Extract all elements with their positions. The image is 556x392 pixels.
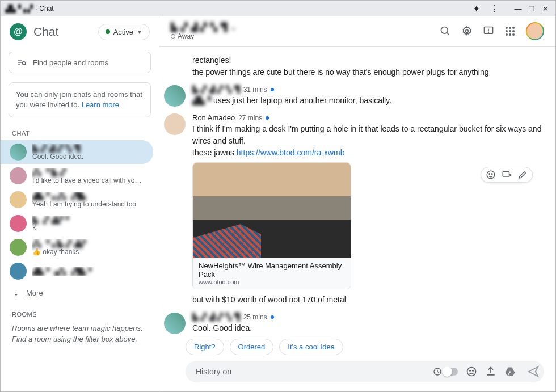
- chat-name-obscured: ▙▗▘▟ ▞▝▖▜: [32, 144, 144, 153]
- svg-point-3: [22, 62, 25, 65]
- chat-logo-icon: [10, 23, 27, 40]
- message: Ron Amadeo 27 mins I think if I'm making…: [164, 110, 544, 309]
- message: ▙▗▘▟ ▞▝▖▜ 25 mins Cool. Good idea.: [164, 309, 544, 336]
- sidebar-header: Chat Active ▼: [1, 16, 159, 47]
- chevron-down-icon: ⌄: [13, 289, 19, 297]
- message-text: but with $10 worth of wood not 170 of me…: [192, 294, 544, 306]
- chat-item[interactable]: ▙ ▗▘▟▞▝ K: [1, 212, 153, 235]
- message-time: 31 mins: [243, 86, 267, 94]
- message-hover-actions: [481, 167, 533, 183]
- drive-button[interactable]: [504, 366, 516, 377]
- history-toggle[interactable]: [433, 367, 458, 376]
- chat-preview: 👍 okay thanks: [32, 248, 144, 256]
- away-label: Away: [178, 32, 194, 40]
- smart-reply-chip[interactable]: Right?: [186, 339, 224, 355]
- info-text: You can only join chats and rooms that y…: [16, 90, 142, 109]
- svg-rect-23: [503, 172, 509, 176]
- message-text: these jawns https://www.btod.com/ra-xwmb: [192, 147, 544, 159]
- feedback-button[interactable]: [483, 26, 494, 37]
- svg-line-4: [25, 64, 26, 65]
- away-ring-icon: [171, 34, 175, 39]
- extensions-icon[interactable]: ✦: [470, 3, 482, 14]
- svg-point-10: [488, 32, 489, 32]
- chat-list: ▙▗▘▟ ▞▝▖▜ Cool. Good idea. ▞▖▝ ▙▗▘ I'd l…: [1, 140, 159, 283]
- sender-name: Ron Amadeo: [192, 113, 235, 122]
- message-time: 27 mins: [238, 114, 262, 122]
- chat-item[interactable]: ▞▖▝ ▙▗▘ I'd like to have a video call wi…: [1, 164, 153, 188]
- presence-status: Away: [171, 32, 237, 40]
- more-chats-button[interactable]: ⌄ More: [1, 283, 159, 303]
- send-button[interactable]: [527, 365, 540, 378]
- chat-name-obscured: ▙ ▗▘▟▞▝: [32, 216, 144, 224]
- message-text: ▟▙▝ uses just her laptop and another mon…: [192, 95, 544, 107]
- menu-icon[interactable]: ⋮: [488, 3, 500, 14]
- message-link[interactable]: https://www.btod.com/ra-xwmb: [237, 148, 345, 157]
- compose-box[interactable]: History on: [186, 361, 544, 382]
- link-preview-domain: www.btod.com: [199, 279, 345, 285]
- link-preview-title: NewHeights™ Wire Management Assembly Pac…: [199, 262, 345, 279]
- chat-item[interactable]: ▟▙▝ ▗▞▖▗▜▙▝: [1, 259, 153, 283]
- unread-dot-icon: [271, 88, 274, 91]
- learn-more-link[interactable]: Learn more: [82, 100, 119, 109]
- apps-launcher-button[interactable]: [504, 26, 516, 37]
- link-preview-card[interactable]: NewHeights™ Wire Management Assembly Pac…: [192, 162, 351, 289]
- react-emoji-button[interactable]: [486, 170, 496, 180]
- unread-dot-icon: [266, 116, 269, 120]
- chat-item[interactable]: ▟▙▝▗ ▞▖▗▜▙ Yeah I am trying to understan…: [1, 188, 153, 212]
- chat-preview: K: [32, 224, 144, 232]
- chevron-down-icon: ▼: [137, 29, 142, 35]
- message: rectangles! the power things are cute bu…: [164, 51, 544, 82]
- app-name: Chat: [33, 25, 58, 39]
- status-selector[interactable]: Active ▼: [98, 24, 150, 40]
- minimize-button[interactable]: —: [512, 3, 524, 14]
- search-input[interactable]: Find people and rooms: [9, 52, 151, 73]
- status-dot-icon: [106, 29, 110, 34]
- conversation-header: ▙▗▘▟ ▞▝▖▜ ⌄ Away: [159, 16, 555, 47]
- svg-line-6: [447, 33, 449, 35]
- search-conversation-button[interactable]: [440, 26, 451, 37]
- settings-button[interactable]: [461, 26, 473, 37]
- avatar: [10, 239, 27, 256]
- upload-button[interactable]: [485, 366, 496, 377]
- more-label: More: [26, 289, 43, 297]
- chat-preview: Yeah I am trying to understand too: [32, 200, 144, 208]
- chat-section-label: CHAT: [1, 122, 159, 140]
- message-list[interactable]: rectangles! the power things are cute bu…: [159, 47, 555, 336]
- svg-point-5: [441, 27, 448, 34]
- svg-point-7: [466, 30, 469, 33]
- message-avatar: [164, 313, 186, 334]
- svg-point-25: [467, 368, 476, 376]
- close-button[interactable]: ✕: [540, 3, 551, 14]
- message-text: the power things are cute but there is n…: [192, 66, 544, 78]
- smart-reply-chip[interactable]: Ordered: [230, 339, 274, 355]
- message-avatar: [164, 85, 186, 107]
- avatar: [10, 215, 27, 232]
- emoji-button[interactable]: [466, 366, 477, 377]
- message-time: 25 mins: [243, 313, 267, 321]
- svg-point-20: [487, 171, 495, 179]
- sidebar: Chat Active ▼ Find people and rooms You …: [1, 16, 159, 391]
- svg-point-13: [512, 27, 515, 29]
- search-icon: [17, 58, 26, 67]
- conversation-pane: ▙▗▘▟ ▞▝▖▜ ⌄ Away rectangles! the power t…: [159, 16, 555, 391]
- avatar: [10, 144, 27, 161]
- chat-item[interactable]: ▙▗▘▟ ▞▝▖▜ Cool. Good idea.: [1, 140, 153, 164]
- maximize-button[interactable]: ☐: [526, 3, 537, 14]
- info-banner: You can only join chats and rooms that y…: [9, 82, 151, 117]
- smart-reply-chip[interactable]: It's a cool idea: [279, 339, 343, 355]
- svg-point-15: [509, 30, 511, 32]
- forward-button[interactable]: [502, 170, 512, 180]
- chat-item[interactable]: ▞▖▝▗ ▙▗▘▟▞ 👍 okay thanks: [1, 235, 153, 259]
- message-avatar: [164, 113, 186, 135]
- window-title-obscured: ▟▙▝▗ ▞: [5, 5, 32, 13]
- svg-point-19: [512, 33, 515, 36]
- avatar: [10, 263, 27, 280]
- edit-button[interactable]: [517, 170, 528, 180]
- chat-preview: Cool. Good idea.: [32, 153, 144, 161]
- smart-reply-row: Right? Ordered It's a cool idea: [159, 336, 555, 361]
- account-avatar[interactable]: [526, 22, 544, 40]
- chat-name-obscured: ▟▙▝ ▗▞▖▗▜▙▝: [32, 267, 144, 276]
- svg-point-16: [512, 30, 515, 32]
- svg-point-22: [492, 174, 493, 175]
- status-label: Active: [113, 28, 133, 36]
